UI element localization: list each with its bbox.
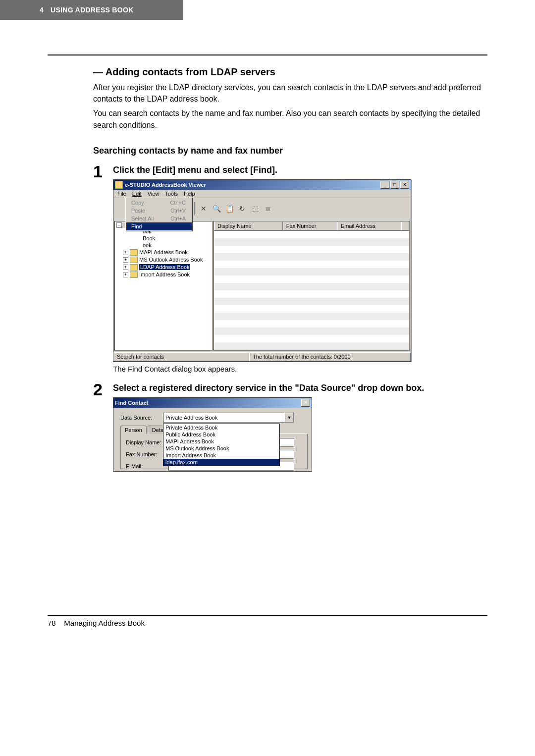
step-2: 2 Select a registered directory service … bbox=[93, 381, 487, 472]
tab-person[interactable]: Person bbox=[120, 426, 147, 434]
data-source-label: Data Source: bbox=[120, 415, 163, 421]
find-contact-dialog: Find Contact × Data Source: Private Addr… bbox=[113, 397, 312, 472]
edit-find[interactable]: Find bbox=[126, 222, 192, 230]
maximize-button[interactable]: □ bbox=[390, 181, 399, 189]
refresh-icon[interactable]: ↻ bbox=[237, 203, 248, 214]
col-fax-number[interactable]: Fax Number bbox=[283, 221, 337, 230]
footer-rule bbox=[48, 615, 487, 616]
section-para-2: You can search contacts by the name and … bbox=[93, 108, 487, 130]
chapter-header: 4 USING ADDRESS BOOK bbox=[0, 0, 183, 20]
tree-item-mapi[interactable]: +MAPI Address Book bbox=[123, 249, 211, 256]
menu-tools[interactable]: Tools bbox=[165, 191, 178, 197]
display-name-label: Display Name: bbox=[126, 439, 168, 445]
data-source-combo[interactable]: Private Address Book ▼ bbox=[163, 413, 294, 423]
menubar: File Edit View Tools Help bbox=[113, 190, 411, 198]
book-icon bbox=[130, 257, 138, 263]
book-icon bbox=[130, 264, 138, 270]
email-label: E-Mail: bbox=[126, 463, 168, 469]
dd-import[interactable]: Import Address Book bbox=[163, 452, 279, 459]
addressbook-viewer-window: e-STUDIO AddressBook Viewer _ □ × File E… bbox=[113, 179, 411, 362]
fax-number-label: Fax Number: bbox=[126, 451, 168, 457]
delete-icon[interactable]: ✕ bbox=[198, 203, 209, 214]
footer-label: Managing Address Book bbox=[64, 619, 145, 627]
page-footer: 78 Managing Address Book bbox=[0, 619, 535, 642]
win2-title: Find Contact bbox=[115, 400, 148, 406]
tree-item-import[interactable]: +Import Address Book bbox=[123, 271, 211, 278]
tree-residual-2: Book bbox=[123, 235, 211, 242]
section-para-1: After you register the LDAP directory se… bbox=[93, 82, 487, 105]
list-header: Display Name Fax Number Email Address bbox=[214, 221, 409, 231]
top-rule bbox=[48, 54, 487, 55]
contacts-list: Display Name Fax Number Email Address bbox=[214, 221, 410, 351]
edit-copy[interactable]: CopyCtrl+C bbox=[126, 199, 192, 207]
minimize-button[interactable]: _ bbox=[380, 181, 389, 189]
chapter-title: USING ADDRESS BOOK bbox=[51, 6, 133, 14]
menu-file[interactable]: File bbox=[117, 191, 126, 197]
statusbar: Search for contacts The total number of … bbox=[113, 352, 411, 361]
tree-collapse-icon[interactable]: − bbox=[116, 222, 122, 228]
chevron-down-icon[interactable]: ▼ bbox=[285, 413, 293, 422]
step-1-title: Click the [Edit] menu and select [Find]. bbox=[113, 165, 487, 175]
book-icon bbox=[130, 249, 138, 256]
step-1-number: 1 bbox=[93, 163, 113, 180]
menu-view[interactable]: View bbox=[148, 191, 160, 197]
status-left: Search for contacts bbox=[113, 352, 249, 361]
col-email-address[interactable]: Email Address bbox=[337, 221, 401, 230]
tree-item-ldap[interactable]: +LDAP Address Book bbox=[123, 264, 211, 271]
close-button[interactable]: × bbox=[400, 181, 409, 189]
step-1-caption: The Find Contact dialog box appears. bbox=[113, 365, 487, 373]
dialog-close-button[interactable]: × bbox=[301, 399, 310, 407]
step-2-title: Select a registered directory service in… bbox=[113, 383, 487, 393]
find-icon[interactable]: 🔍 bbox=[211, 203, 222, 214]
step-1: 1 Click the [Edit] menu and select [Find… bbox=[93, 163, 487, 378]
collapse-icon[interactable]: ⬚ bbox=[250, 203, 261, 214]
dd-ldap[interactable]: ldap.ifax.com bbox=[163, 459, 279, 466]
edit-paste[interactable]: PasteCtrl+V bbox=[126, 207, 192, 215]
chapter-number: 4 bbox=[40, 6, 44, 14]
status-right: The total number of the contacts: 0/2000 bbox=[249, 352, 411, 361]
address-books-tree[interactable]: − ook Book ook +MAPI Address Book +MS Ou… bbox=[114, 221, 213, 351]
toolbar: CopyCtrl+C PasteCtrl+V Select AllCtrl+A … bbox=[113, 198, 411, 219]
app-icon bbox=[115, 181, 123, 189]
section-title: — Adding contacts from LDAP servers bbox=[93, 66, 487, 78]
dd-private[interactable]: Private Address Book bbox=[163, 424, 279, 431]
subsection-title: Searching contacts by name and fax numbe… bbox=[93, 146, 487, 156]
list-icon[interactable]: ≣ bbox=[263, 203, 273, 214]
tree-residual-3: ook bbox=[123, 242, 211, 249]
list-rows bbox=[214, 231, 409, 350]
data-source-dropdown[interactable]: Private Address Book Public Address Book… bbox=[163, 424, 280, 466]
edit-select-all[interactable]: Select AllCtrl+A bbox=[126, 215, 192, 222]
dd-outlook[interactable]: MS Outlook Address Book bbox=[163, 445, 279, 452]
dd-mapi[interactable]: MAPI Address Book bbox=[163, 438, 279, 445]
book-icon bbox=[130, 271, 138, 278]
dd-public[interactable]: Public Address Book bbox=[163, 431, 279, 438]
toolbar-sep bbox=[194, 202, 195, 215]
tree-item-outlook[interactable]: +MS Outlook Address Book bbox=[123, 256, 211, 264]
edit-dropdown: CopyCtrl+C PasteCtrl+V Select AllCtrl+A … bbox=[125, 198, 193, 231]
menu-help[interactable]: Help bbox=[184, 191, 195, 197]
page-number: 78 bbox=[48, 619, 56, 627]
properties-icon[interactable]: 📋 bbox=[224, 203, 235, 214]
win2-titlebar: Find Contact × bbox=[113, 398, 312, 408]
col-display-name[interactable]: Display Name bbox=[214, 221, 283, 230]
step-2-number: 2 bbox=[93, 381, 113, 398]
win1-titlebar: e-STUDIO AddressBook Viewer _ □ × bbox=[113, 180, 411, 190]
col-spacer bbox=[401, 221, 409, 230]
win1-title: e-STUDIO AddressBook Viewer bbox=[125, 182, 206, 188]
data-source-value: Private Address Book bbox=[163, 415, 217, 421]
menu-edit[interactable]: Edit bbox=[132, 191, 142, 197]
